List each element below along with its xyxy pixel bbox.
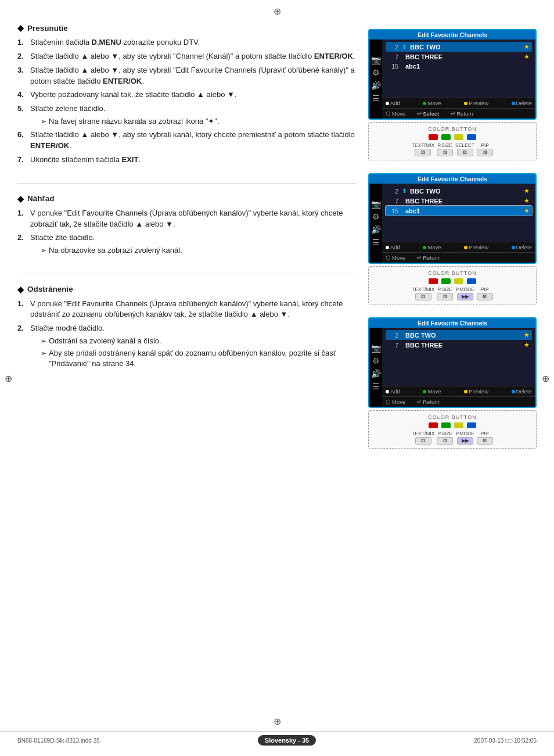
remote-btn-group: PIP ⊡	[477, 142, 493, 156]
divider-1	[17, 183, 357, 184]
tv-status-bar-2b: ⬡ Move ↵ Return	[382, 252, 535, 263]
blue-button-2[interactable]	[467, 278, 476, 284]
tv-screen-3-channels: 2 BBC TWO ★ 7 BBC THREE ★	[382, 328, 535, 386]
yellow-button-3[interactable]	[454, 422, 463, 428]
camera-icon-1: 📷	[371, 55, 381, 65]
tv-status-bar-1b: ⬡ Move ↩ Select ↵ Return	[382, 108, 535, 119]
tv-screen-2-title: Edit Favourite Channels	[369, 174, 535, 184]
sub-item: ➢ Odstráni sa zvolený kanál a číslo.	[41, 336, 357, 346]
tv-screen-3: Edit Favourite Channels 📷 ⚙ 🔊 ☰ 2	[368, 317, 537, 408]
settings-icon-4: ⚙	[372, 212, 380, 221]
presunutie-list: 1. Stlačením tlačidla D.MENU zobrazíte p…	[17, 37, 357, 166]
footer-badge: Slovensky - 35	[258, 735, 316, 746]
settings-icon-5: 🔊	[371, 225, 381, 234]
footer-right: 2007-03-13 □□ 10:52:05	[474, 737, 537, 744]
sub-item-2: ➢ Aby ste pridali odstránený kanál späť …	[41, 348, 357, 369]
section-heading-odstranenie: ◆ Odstránenie	[17, 285, 357, 294]
tv-status-bar-2: Add Move Preview Delete	[382, 242, 535, 252]
yellow-button[interactable]	[454, 134, 463, 140]
tv-screen-2-channels: 2 ⬆ BBC TWO ★ 7 BBC THREE ★	[382, 184, 535, 242]
yellow-button-2[interactable]	[454, 278, 463, 284]
camera-icon-3: 📷	[371, 343, 381, 353]
section-title-nahlad: Náhľad	[27, 194, 54, 203]
tv-screen-3-title: Edit Favourite Channels	[369, 318, 535, 328]
tv-screen-1-channels: 2 ⬆ BBC TWO ★ 7 BBC THREE ★	[382, 40, 535, 98]
tv-icons-left-1: 📷 ⚙ 🔊 ☰	[369, 40, 382, 119]
diamond-icon-2: ◆	[17, 194, 24, 203]
remote-keys-row-2: TEXT/MIX ⊡ P.SIZE ⊡ P.MODE ▶▶ PIP ⊡	[373, 286, 531, 300]
red-button-3[interactable]	[429, 422, 438, 428]
tv-main-area-3: 2 BBC TWO ★ 7 BBC THREE ★	[382, 328, 535, 407]
remote-btn-group: P.MODE ▶▶	[455, 431, 474, 445]
right-crosshair-icon: ⊕	[542, 372, 549, 384]
tv-screen-1-body: 📷 ⚙ 🔊 ☰ 2 ⬆ BBC TWO ★	[369, 40, 535, 119]
remote-panel-2: COLOR BUTTON TEXT/MIX ⊡ P.SIZE ⊡	[368, 266, 537, 304]
list-item: 1. V ponuke "Edit Favourite Channels (Úp…	[17, 299, 357, 321]
remote-btn-group: TEXT/MIX ⊡	[412, 431, 434, 445]
tv-channel-row: 7 BBC THREE ★	[386, 52, 532, 62]
tv-icons-left-3: 📷 ⚙ 🔊 ☰	[369, 328, 382, 407]
camera-icon-2: 📷	[371, 199, 381, 209]
tv-channel-row: 15 abc1	[386, 62, 532, 71]
blue-button-3[interactable]	[467, 422, 476, 428]
tv-channel-row: 2 ⬆ BBC TWO ★	[386, 42, 532, 52]
remote-panel-3: COLOR BUTTON TEXT/MIX ⊡ P.SIZE ⊡	[368, 410, 537, 449]
left-column: ◆ Presunutie 1. Stlačením tlačidla D.MEN…	[17, 23, 368, 733]
tv-channel-row: 2 ⬆ BBC TWO ★	[386, 186, 532, 196]
diamond-icon: ◆	[17, 23, 24, 33]
right-column: Edit Favourite Channels 📷 ⚙ 🔊 ☰ 2 ⬆	[368, 23, 537, 733]
remote-btn-group: PIP ⊡	[477, 286, 493, 300]
settings-icon-1: ⚙	[372, 68, 380, 77]
list-item: 2. Stlačte tlačidlo ▲ alebo ▼, aby ste v…	[17, 51, 357, 62]
list-item: 4. Vyberte požadovaný kanál tak, že stla…	[17, 89, 357, 101]
color-buttons-row-2	[373, 278, 531, 284]
remote-keys-row-3: TEXT/MIX ⊡ P.SIZE ⊡ P.MODE ▶▶ PIP ⊡	[373, 431, 531, 445]
remote-btn-group: TEXT/MIX ⊡	[412, 286, 434, 300]
section-heading-nahlad: ◆ Náhľad	[17, 194, 357, 203]
remote-panel-1: COLOR BUTTON TEXT/MIX ⊡ P.SIZE ⊡	[368, 122, 537, 160]
list-item: 1. Stlačením tlačidla D.MENU zobrazíte p…	[17, 37, 357, 48]
sub-item: ➢ Na obrazovke sa zobrazí zvolený kanál.	[41, 245, 357, 256]
remote-btn-group: P.SIZE ⊡	[437, 431, 453, 445]
green-button[interactable]	[441, 134, 451, 140]
tv-screen-wrapper-1: Edit Favourite Channels 📷 ⚙ 🔊 ☰ 2 ⬆	[368, 29, 537, 163]
tv-screen-3-body: 📷 ⚙ 🔊 ☰ 2 BBC TWO ★	[369, 328, 535, 407]
tv-channel-row: 2 BBC TWO ★	[386, 330, 532, 340]
remote-btn-group: PIP ⊡	[477, 431, 493, 445]
page-footer: BN68-01169D-Slk-0313.indd 35 Slovensky -…	[0, 731, 554, 746]
section-odstranenie: ◆ Odstránenie 1. V ponuke "Edit Favourit…	[17, 285, 357, 370]
list-item: 6. Stlačte tlačidlo ▲ alebo ▼, aby ste v…	[17, 130, 357, 152]
tv-main-area-1: 2 ⬆ BBC TWO ★ 7 BBC THREE ★	[382, 40, 535, 119]
top-crosshair-icon: ⊕	[274, 6, 281, 17]
tv-status-bar-3: Add Move Preview Delete	[382, 386, 535, 396]
divider-2	[17, 274, 357, 274]
tv-channel-row: 7 BBC THREE ★	[386, 196, 532, 206]
section-title-odstranenie: Odstránenie	[27, 285, 73, 293]
settings-icon-3: ☰	[372, 94, 380, 103]
green-button-2[interactable]	[441, 278, 451, 284]
odstranenie-list: 1. V ponuke "Edit Favourite Channels (Úp…	[17, 299, 357, 370]
blue-button[interactable]	[467, 134, 476, 140]
settings-icon-7: ⚙	[372, 356, 380, 366]
list-item: 3. Stlačte tlačidlo ▲ alebo ▼, aby ste v…	[17, 65, 357, 87]
red-button[interactable]	[429, 134, 438, 140]
tv-status-bar-1: Add Move Preview Delete	[382, 98, 535, 108]
tv-screen-1: Edit Favourite Channels 📷 ⚙ 🔊 ☰ 2 ⬆	[368, 29, 537, 120]
settings-icon-2: 🔊	[371, 81, 381, 90]
remote-btn-group: P.SIZE ⊡	[437, 286, 453, 300]
tv-screen-2: Edit Favourite Channels 📷 ⚙ 🔊 ☰ 2 ⬆	[368, 173, 537, 264]
remote-keys-row-1: TEXT/MIX ⊡ P.SIZE ⊡ SELECT ⊡ PIP ⊡	[373, 142, 531, 156]
list-item: 7. Ukončite stlačením tlačidla EXIT.	[17, 155, 357, 166]
list-item: 2. Stlačte žlté tlačidlo. ➢ Na obrazovke…	[17, 232, 357, 256]
left-crosshair-icon: ⊕	[5, 372, 12, 384]
red-button-2[interactable]	[429, 278, 438, 284]
nahlad-list: 1. V ponuke "Edit Favourite Channels (Úp…	[17, 208, 357, 256]
list-item: 1. V ponuke "Edit Favourite Channels (Úp…	[17, 208, 357, 230]
tv-screen-1-title: Edit Favourite Channels	[369, 30, 535, 40]
settings-icon-6: ☰	[372, 238, 380, 247]
remote-btn-group: P.MODE ▶▶	[455, 286, 474, 300]
remote-btn-group: TEXT/MIX ⊡	[412, 142, 434, 156]
bottom-crosshair-icon: ⊕	[274, 716, 281, 727]
remote-btn-group: SELECT ⊡	[455, 142, 474, 156]
green-button-3[interactable]	[441, 422, 451, 428]
